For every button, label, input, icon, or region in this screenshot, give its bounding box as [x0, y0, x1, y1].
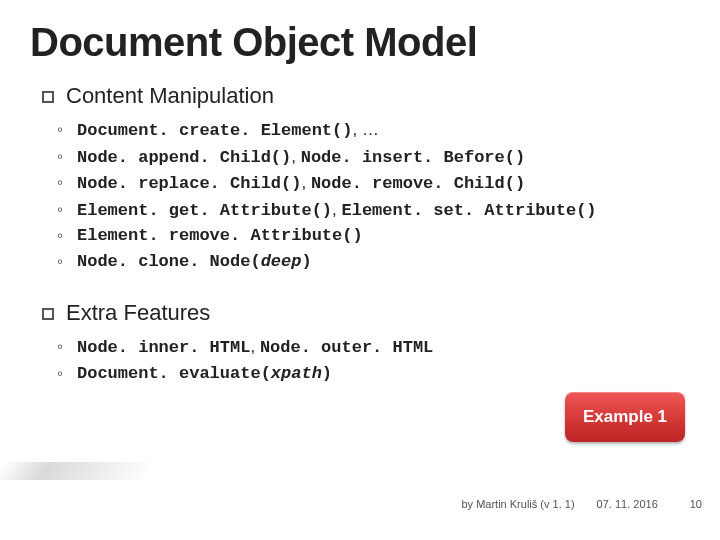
list-item: Document. create. Element(), … — [77, 117, 690, 144]
footer-page-number: 10 — [690, 498, 702, 510]
section-content-manipulation: Content Manipulation Document. create. E… — [30, 83, 690, 274]
list-item: Element. remove. Attribute() — [77, 223, 690, 249]
square-bullet-icon — [42, 308, 54, 320]
list-item: Node. replace. Child(), Node. remove. Ch… — [77, 170, 690, 197]
list-item: Node. inner. HTML, Node. outer. HTML — [77, 334, 690, 361]
item-list: Node. inner. HTML, Node. outer. HTMLDocu… — [42, 334, 690, 386]
example-button[interactable]: Example 1 — [565, 392, 685, 442]
section-heading: Content Manipulation — [42, 83, 690, 109]
square-bullet-icon — [42, 91, 54, 103]
decorative-accent — [0, 462, 154, 480]
list-item: Node. append. Child(), Node. insert. Bef… — [77, 144, 690, 171]
footer-date: 07. 11. 2016 — [597, 498, 658, 510]
footer-author: by Martin Kruliš (v 1. 1) — [461, 498, 574, 510]
item-list: Document. create. Element(), …Node. appe… — [42, 117, 690, 274]
list-item: Element. get. Attribute(), Element. set.… — [77, 197, 690, 224]
section-extra-features: Extra Features Node. inner. HTML, Node. … — [30, 300, 690, 386]
list-item: Node. clone. Node(deep) — [77, 249, 690, 275]
footer: by Martin Kruliš (v 1. 1) 07. 11. 2016 1… — [18, 498, 702, 510]
list-item: Document. evaluate(xpath) — [77, 361, 690, 387]
slide-title: Document Object Model — [30, 20, 690, 65]
section-heading: Extra Features — [42, 300, 690, 326]
